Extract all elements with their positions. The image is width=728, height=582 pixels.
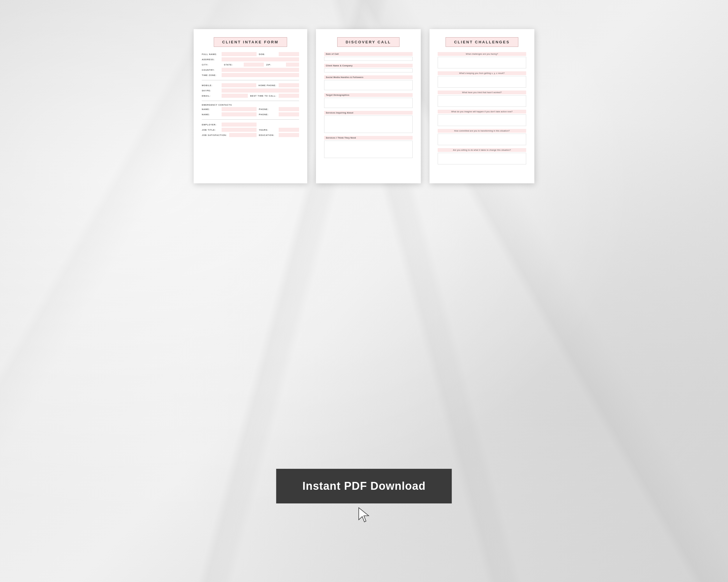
timezone-label: TIME ZONE: — [202, 74, 219, 76]
fullname-label: FULL NAME: — [202, 53, 219, 55]
zip-input[interactable] — [286, 62, 299, 67]
dob-label: DOB: — [259, 53, 276, 55]
challenge-group-4: What do you imagine will happen if you d… — [438, 110, 526, 126]
divider-2 — [202, 101, 299, 101]
ec-phone-label-2: PHONE: — [259, 113, 276, 115]
email-label: EMAIL: — [202, 95, 219, 97]
emergency-row-2: NAME: PHONE: — [202, 112, 299, 116]
jobtitle-input[interactable] — [222, 128, 257, 132]
dc-date-label: Date of Call — [324, 52, 413, 56]
ec-phone-input-2[interactable] — [279, 112, 299, 116]
cursor-icon — [357, 506, 371, 524]
email-input[interactable] — [222, 94, 248, 98]
skype-input[interactable] — [222, 88, 299, 92]
dc-services-think-label: Services I Think They Need — [324, 136, 413, 140]
intake-fullname-row: FULL NAME: DOB: — [202, 52, 299, 56]
ec-phone-input-1[interactable] — [279, 107, 299, 111]
intake-jobsat-row: JOB SATISFACTION: EDUCATION: — [202, 133, 299, 137]
jobsat-input[interactable] — [229, 133, 257, 137]
education-input[interactable] — [279, 133, 299, 137]
dc-services-think-input[interactable] — [324, 141, 413, 158]
challenge-input-5[interactable] — [438, 134, 526, 145]
emergency-section-label: EMERGENCY CONTACTS — [202, 104, 299, 106]
skype-label: SKYPE: — [202, 90, 219, 92]
employer-input[interactable] — [222, 122, 257, 127]
download-button[interactable]: Instant PDF Download — [276, 469, 452, 503]
intake-employer-row: EMPLOYER: — [202, 122, 299, 127]
challenge-label-5: How committed are you to transforming in… — [438, 129, 526, 133]
dc-target-label: Target Demographics — [324, 93, 413, 97]
best-time-input[interactable] — [279, 94, 299, 98]
challenge-group-6: Are you willing to do what it takes to c… — [438, 148, 526, 164]
emergency-row-1: NAME: PHONE: — [202, 107, 299, 111]
ec-name-label-2: NAME: — [202, 113, 219, 115]
dc-client-label: Client Name & Company — [324, 64, 413, 67]
intake-timezone-row: TIME ZONE: — [202, 73, 299, 77]
challenge-input-6[interactable] — [438, 153, 526, 164]
intake-form-page: CLIENT INTAKE FORM FULL NAME: DOB: ADDRE… — [193, 29, 307, 183]
ec-name-label-1: NAME: — [202, 108, 219, 110]
dc-target-group: Target Demographics — [324, 93, 413, 108]
dc-date-group: Date of Call — [324, 52, 413, 61]
dc-services-input[interactable] — [324, 115, 413, 133]
intake-skype-row: SKYPE: — [202, 88, 299, 92]
challenge-label-2: What's keeping you from getting x, y, z … — [438, 71, 526, 75]
ec-name-input-1[interactable] — [222, 107, 257, 111]
intake-email-row: EMAIL: BEST TIME TO CALL: — [202, 94, 299, 98]
best-time-label: BEST TIME TO CALL: — [250, 95, 276, 97]
dc-services-label: Services Inquiring About — [324, 111, 413, 115]
divider-1 — [202, 80, 299, 80]
challenge-input-1[interactable] — [438, 57, 526, 68]
dc-social-label: Social Media Handles & Followers — [324, 75, 413, 79]
challenge-label-1: What challenges are you facing? — [438, 52, 526, 56]
dob-input[interactable] — [279, 52, 299, 56]
challenge-label-4: What do you imagine will happen if you d… — [438, 110, 526, 113]
dc-client-input[interactable] — [324, 68, 413, 73]
intake-title: CLIENT INTAKE FORM — [222, 40, 279, 44]
country-input[interactable] — [222, 68, 299, 72]
challenges-title-box: CLIENT CHALLENGES — [445, 37, 518, 47]
challenge-input-3[interactable] — [438, 95, 526, 107]
country-label: COUNTRY: — [202, 69, 219, 71]
mobile-input[interactable] — [222, 83, 256, 87]
jobsat-label: JOB SATISFACTION: — [202, 134, 227, 136]
state-label: STATE: — [224, 64, 241, 66]
dc-social-group: Social Media Handles & Followers — [324, 75, 413, 90]
years-input[interactable] — [279, 128, 299, 132]
challenge-group-2: What's keeping you from getting x, y, z … — [438, 71, 526, 88]
challenge-input-4[interactable] — [438, 114, 526, 126]
address-input[interactable] — [222, 57, 299, 61]
ec-name-input-2[interactable] — [222, 112, 257, 116]
city-label: CITY: — [202, 64, 219, 66]
intake-address-row: ADDRESS: — [202, 57, 299, 61]
zip-label: ZIP: — [266, 64, 284, 66]
dc-target-input[interactable] — [324, 98, 413, 108]
dc-client-group: Client Name & Company — [324, 64, 413, 73]
dc-social-input[interactable] — [324, 80, 413, 90]
home-phone-label: HOME PHONE: — [259, 84, 276, 86]
employer-label: EMPLOYER: — [202, 124, 219, 126]
discovery-title-box: DISCOVERY CALL — [337, 37, 399, 47]
intake-city-row: CITY: STATE: ZIP: — [202, 62, 299, 67]
challenge-label-3: What have you tried that hasn't worked? — [438, 90, 526, 94]
challenges-title-wrapper: CLIENT CHALLENGES — [438, 37, 526, 47]
challenge-label-6: Are you willing to do what it takes to c… — [438, 148, 526, 152]
address-label: ADDRESS: — [202, 58, 219, 60]
discovery-title: DISCOVERY CALL — [346, 40, 391, 44]
intake-mobile-row: MOBILE: HOME PHONE: — [202, 83, 299, 87]
dc-services-group: Services Inquiring About — [324, 111, 413, 133]
home-phone-input[interactable] — [279, 83, 299, 87]
intake-title-wrapper: CLIENT INTAKE FORM — [202, 37, 299, 47]
state-input[interactable] — [244, 62, 264, 67]
mobile-label: MOBILE: — [202, 84, 219, 86]
timezone-input[interactable] — [222, 73, 299, 77]
download-section: Instant PDF Download — [276, 469, 452, 524]
challenge-group-5: How committed are you to transforming in… — [438, 129, 526, 145]
challenges-title: CLIENT CHALLENGES — [454, 40, 510, 44]
fullname-input[interactable] — [222, 52, 257, 56]
discovery-call-page: DISCOVERY CALL Date of Call Client Name … — [316, 29, 421, 183]
jobtitle-label: JOB TITLE: — [202, 129, 219, 131]
dc-date-input[interactable] — [324, 57, 413, 61]
dc-services-think-group: Services I Think They Need — [324, 136, 413, 158]
challenge-input-2[interactable] — [438, 76, 526, 88]
